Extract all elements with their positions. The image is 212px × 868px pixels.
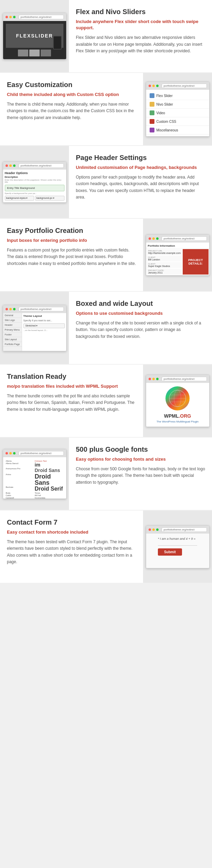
section-title-fonts: 500 plus Google fonts	[76, 445, 205, 453]
portfolio-row-url: Project URL http://fashionsite.example.c…	[147, 249, 209, 255]
section-text-custom: Easy Customization Child theme included …	[0, 73, 143, 145]
font-name-cabin: Cabin	[6, 494, 34, 496]
layout-select[interactable]: Stretched ▾	[23, 323, 65, 328]
section-body-header: Options panel for each post/page to modi…	[76, 174, 205, 201]
layout-sidebar: General Site Logo Header Primary Menu Fo…	[3, 313, 66, 351]
section-image-fonts: portfoliotheme.org/extinct Allerta Crims…	[0, 438, 69, 510]
browser-header: portfoliotheme.org/extinct Header Option…	[3, 161, 67, 203]
dot-green-7	[13, 452, 16, 454]
header-bg-select[interactable]: background-repea ▾	[5, 196, 34, 201]
dot-red	[6, 16, 8, 18]
section-flex-nivo: portfoliotheme.org/extinct FLEXSLIDER	[0, 0, 212, 72]
section-text-layout: Boxed and wide Layout Options to use cus…	[69, 292, 212, 364]
slider-area: FLEXSLIDER	[3, 21, 66, 59]
font-display-droid-serif: Droid Serif	[35, 486, 63, 492]
font-name-im-fell: IM Fell	[35, 494, 63, 496]
font-name-cantarell: Cantarell	[6, 497, 34, 499]
section-body-layout: Change the layout of the site to boxed v…	[76, 320, 205, 340]
section-image-layout: portfoliotheme.org/extinct General Site …	[0, 292, 69, 364]
browser-url-6: portfoliotheme.org/extinct	[162, 377, 207, 381]
menu-item-misc: Miscellaneous	[146, 126, 209, 135]
section-easy-customization: portfoliotheme.org/extinct Flex Slider N…	[0, 73, 212, 145]
dot-yellow-5	[9, 308, 12, 310]
dot-yellow-3	[9, 164, 12, 167]
section-subtitle-custom: Child theme included along with Custom C…	[7, 92, 136, 98]
header-desc-text: Enter the description of this page/post.…	[5, 179, 64, 183]
portfolio-date-cell: Project Date: January 2011	[147, 269, 182, 275]
section-text-portfolio: Easy Portfolio Creation Input boxes for …	[0, 219, 143, 291]
font-name-allerta-stencil: Allerta Stencil	[6, 462, 34, 467]
section-text-fonts: 500 plus Google fonts Easy options for c…	[69, 438, 212, 510]
header-specify-text: Specify a background for your pa...	[5, 192, 64, 194]
dot-yellow-8	[152, 528, 155, 531]
section-image-contact: portfoliotheme.org/extinct * I am a huma…	[143, 511, 212, 583]
browser-bar-8: portfoliotheme.org/extinct	[146, 526, 209, 534]
browser-portfolio: portfoliotheme.org/extinct Portfolio Inf…	[146, 234, 210, 276]
browser-content-translation: WPML.ORG The WordPress Multilingual Plug…	[146, 383, 209, 427]
dot-yellow-2	[152, 85, 155, 87]
portfolio-table: Project URL http://fashionsite.example.c…	[146, 248, 209, 275]
section-page-header: portfoliotheme.org/extinct Header Option…	[0, 146, 212, 218]
portfolio-value-date: January 2011	[148, 271, 181, 274]
browser-bar-3: portfoliotheme.org/extinct	[3, 162, 66, 170]
layout-nav: General Site Logo Header Primary Menu Fo…	[3, 313, 22, 351]
section-title-custom: Easy Customization	[7, 81, 136, 89]
globe-svg	[169, 390, 186, 407]
phone-mockup	[53, 36, 62, 50]
dot-yellow-4	[152, 237, 155, 240]
header-pos-select[interactable]: background-po ▾	[35, 196, 64, 201]
section-boxed-layout: portfoliotheme.org/extinct General Site …	[0, 292, 212, 364]
font-name-body: Body	[6, 492, 34, 494]
menu-item-video: Video	[146, 109, 209, 117]
browser-bar-2: portfoliotheme.org/extinct	[146, 82, 209, 90]
browser-custom: portfoliotheme.org/extinct Flex Slider N…	[146, 82, 210, 137]
thumb1	[18, 50, 28, 56]
section-subtitle-header: Unlimited customisation of Page headings…	[76, 164, 205, 171]
dot-red-7	[6, 452, 8, 454]
dot-green-4	[156, 237, 159, 240]
header-desc-label: Description	[5, 176, 64, 178]
menu-label-video: Video	[157, 111, 165, 115]
nav-footer: Footer	[3, 332, 22, 337]
portfolio-details-header: PROJECTDETAILS:	[183, 249, 208, 275]
font-name-arimo: Arimo	[6, 473, 34, 486]
wpml-tagline: The WordPress Multilingual Plugin	[150, 420, 206, 423]
font-name-benhale: Benhale	[6, 486, 34, 492]
browser-fonts: portfoliotheme.org/extinct Allerta Crims…	[3, 449, 67, 499]
section-body-portfolio: Features a custom post type for portfoli…	[7, 247, 136, 267]
dot-red-4	[149, 237, 151, 240]
portfolio-info-header: Portfolio Information	[146, 243, 209, 248]
section-translation: portfoliotheme.org/extinct WPML.ORG The	[0, 365, 212, 437]
dot-red-6	[149, 378, 151, 380]
font-name-crimson: Crimson Text	[35, 460, 63, 462]
wpml-logo: WPML.ORG	[150, 413, 206, 419]
menu-item-flex-slider: Flex Slider	[146, 92, 209, 100]
menu-icon-nivo	[150, 102, 154, 107]
section-image-flex: portfoliotheme.org/extinct FLEXSLIDER	[0, 0, 69, 72]
portfolio-value-studio: Super Eagle Studios	[148, 265, 181, 267]
dot-green	[13, 16, 16, 18]
section-body-translation: The theme bundle comes with the pot file…	[7, 393, 136, 413]
font-display-im: im	[35, 462, 63, 467]
menu-icon-video	[150, 110, 154, 115]
dot-green-8	[156, 528, 159, 531]
browser-content-layout: General Site Logo Header Primary Menu Fo…	[3, 313, 66, 351]
nav-header: Header	[3, 323, 22, 328]
dot-yellow-7	[9, 452, 12, 454]
browser-url-7: portfoliotheme.org/extinct	[19, 451, 64, 456]
menu-label-css: Custom CSS	[157, 120, 176, 124]
browser-content-header: Header Options Description Enter the des…	[3, 170, 66, 202]
portfolio-url-cell: Project URL http://fashionsite.example.c…	[147, 249, 182, 255]
cf-input[interactable]	[158, 543, 197, 546]
font-display-droid-sans-1: Droid Sans	[35, 468, 63, 473]
cf-label: * I am a human and 4 + 9 =	[158, 537, 197, 540]
dot-yellow	[9, 16, 12, 18]
portfolio-value-url: http://fashionsite.example.com	[148, 252, 181, 254]
section-title-portfolio: Easy Portfolio Creation	[7, 226, 136, 235]
section-title-translation: Translation Ready	[7, 372, 136, 381]
browser-bar-6: portfoliotheme.org/extinct	[146, 375, 209, 383]
section-subtitle-fonts: Easy options for choosing fonts and size…	[76, 456, 205, 462]
browser-url-4: portfoliotheme.org/extinct	[162, 236, 207, 241]
cf-submit-button[interactable]: Submit	[158, 548, 182, 556]
browser-flex: portfoliotheme.org/extinct FLEXSLIDER	[3, 13, 67, 60]
